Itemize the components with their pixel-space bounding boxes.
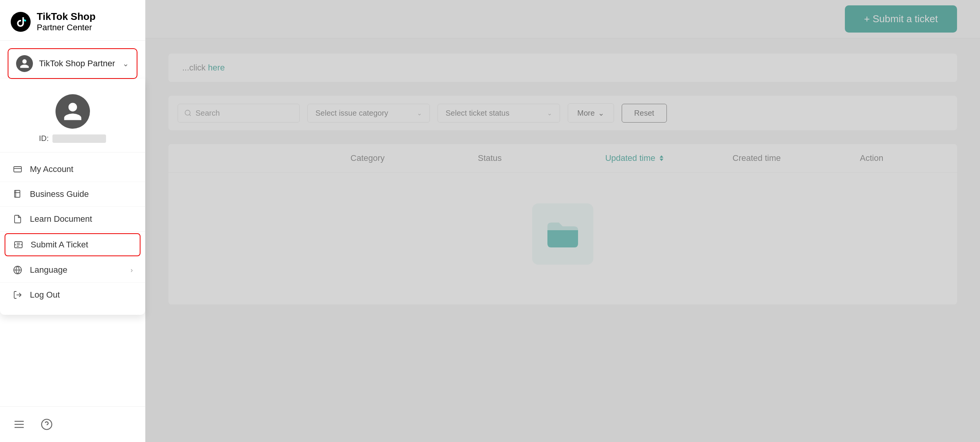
help-icon[interactable] <box>38 416 55 433</box>
language-arrow-icon: › <box>131 266 133 274</box>
avatar-small <box>16 55 33 72</box>
svg-point-0 <box>11 12 31 32</box>
profile-trigger[interactable]: TikTok Shop Partner ⌄ <box>8 48 137 79</box>
app-title: TikTok Shop <box>37 11 96 23</box>
sidebar-header: TikTok Shop Partner Center <box>0 0 145 41</box>
learn-document-label: Learn Document <box>30 214 133 224</box>
globe-icon <box>12 265 23 275</box>
user-id-value <box>52 134 106 143</box>
user-icon-large <box>62 101 83 122</box>
user-icon-small <box>19 58 30 69</box>
book-icon <box>12 189 23 200</box>
user-profile-section: ID: <box>0 87 145 152</box>
svg-rect-3 <box>15 190 20 197</box>
svg-point-18 <box>42 419 52 430</box>
sidebar: TikTok Shop Partner Center TikTok Shop P… <box>0 0 145 442</box>
svg-rect-1 <box>14 167 21 172</box>
avatar-large <box>56 94 90 129</box>
menu-item-learn-document[interactable]: Learn Document <box>0 207 145 232</box>
chevron-up-icon: ⌄ <box>122 59 129 68</box>
my-account-label: My Account <box>30 164 133 174</box>
user-id-label: ID: <box>39 134 49 143</box>
credit-card-icon <box>12 164 23 175</box>
logout-icon <box>12 290 23 300</box>
menu-item-submit-ticket[interactable]: Submit A Ticket <box>5 233 140 256</box>
menu-item-business-guide[interactable]: Business Guide <box>0 182 145 207</box>
file-icon <box>12 214 23 224</box>
profile-name: TikTok Shop Partner <box>39 59 116 69</box>
user-id-row: ID: <box>8 134 137 143</box>
dropdown-menu: ID: My Account <box>0 79 145 315</box>
language-label: Language <box>30 265 124 275</box>
menu-item-language[interactable]: Language › <box>0 258 145 283</box>
app-subtitle: Partner Center <box>37 23 96 33</box>
menu-item-log-out[interactable]: Log Out <box>0 283 145 307</box>
logo-text: TikTok Shop Partner Center <box>37 11 96 33</box>
overlay <box>145 0 980 442</box>
list-icon[interactable] <box>11 416 28 433</box>
business-guide-label: Business Guide <box>30 189 133 199</box>
ticket-icon <box>13 239 24 250</box>
menu-item-my-account[interactable]: My Account <box>0 157 145 182</box>
submit-ticket-label: Submit A Ticket <box>31 240 132 250</box>
log-out-label: Log Out <box>30 290 133 300</box>
sidebar-footer <box>0 406 145 442</box>
tiktok-logo-icon <box>11 12 31 32</box>
